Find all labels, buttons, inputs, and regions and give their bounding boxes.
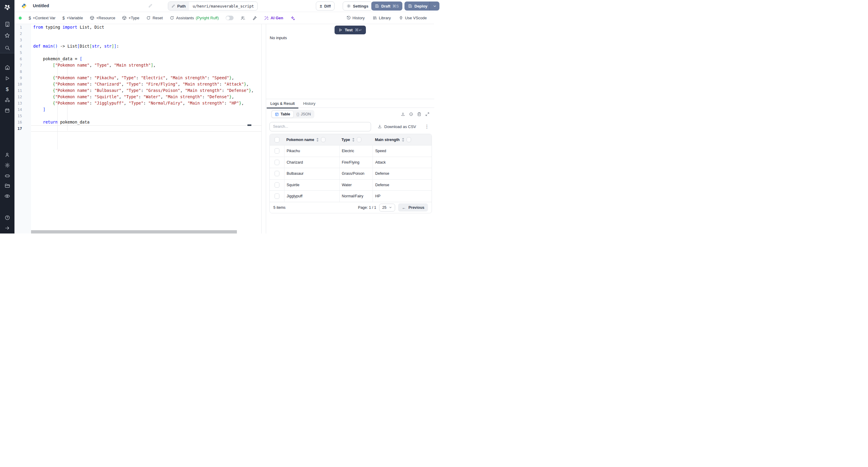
deploy-dropdown-button[interactable] bbox=[430, 1, 434, 10]
line-number: 5 bbox=[14, 50, 31, 56]
download-icon[interactable] bbox=[401, 112, 405, 116]
view-mode-switch: Table { } JSON bbox=[271, 110, 314, 118]
code-editor[interactable]: 1234567891011121314151617 from typing im… bbox=[14, 24, 261, 234]
sidebar-item-resources[interactable] bbox=[0, 95, 14, 105]
view-json-button[interactable]: { } JSON bbox=[293, 111, 314, 118]
clipboard-icon[interactable] bbox=[417, 112, 421, 116]
line-number: 12 bbox=[14, 94, 31, 100]
table-row[interactable]: SquirtleWaterDefense bbox=[270, 179, 432, 191]
multiplayer-toggle[interactable] bbox=[226, 15, 234, 20]
sidebar-item-schedules[interactable] bbox=[0, 105, 14, 116]
table-row[interactable]: BulbasaurGrass/PoisonDefense bbox=[270, 168, 432, 179]
user-group-icon[interactable] bbox=[241, 15, 245, 21]
info-icon[interactable] bbox=[409, 112, 413, 116]
expand-icon[interactable] bbox=[425, 112, 430, 116]
tab-logs-result[interactable]: Logs & Result bbox=[266, 99, 299, 108]
sidebar-item-search[interactable] bbox=[0, 43, 14, 53]
code-line[interactable] bbox=[31, 68, 261, 75]
use-vscode-button[interactable]: Use VScode bbox=[399, 15, 427, 20]
row-checkbox[interactable] bbox=[275, 193, 279, 199]
pencil-icon[interactable] bbox=[148, 4, 153, 8]
page-size-select[interactable]: 25 bbox=[379, 204, 395, 212]
sidebar-collapse-button[interactable] bbox=[0, 223, 14, 233]
path-editor[interactable]: Path u/henri/maneuverable_script bbox=[168, 1, 258, 10]
no-inputs-label: No inputs bbox=[270, 36, 287, 40]
history-button[interactable]: History bbox=[346, 15, 365, 20]
chevron-down-icon bbox=[389, 206, 392, 209]
code-line[interactable]: {"Pokemon name": "Jigglypuff", "Type": "… bbox=[31, 100, 261, 106]
add-context-var-button[interactable]: $ +Context Var bbox=[29, 15, 56, 21]
code-line[interactable]: return pokemon_data bbox=[31, 119, 261, 125]
code-line[interactable]: {"Pokemon name": "Pikachu", "Type": "Ele… bbox=[31, 75, 261, 81]
column-toggle[interactable] bbox=[357, 137, 361, 142]
sidebar-item-favorites[interactable] bbox=[0, 30, 14, 41]
table-row[interactable]: JigglypuffNormal/FairyHP bbox=[270, 190, 432, 202]
format-brush-button[interactable] bbox=[252, 15, 257, 21]
column-toggle[interactable] bbox=[321, 137, 326, 142]
table-row[interactable]: PikachuElectricSpeed bbox=[270, 145, 432, 157]
code-line[interactable]: ] bbox=[31, 106, 261, 113]
code-line[interactable]: def main() -> List[Dict[str, str]]: bbox=[31, 43, 261, 50]
sidebar-item-workers[interactable] bbox=[0, 170, 14, 181]
path-label-section: Path bbox=[168, 2, 189, 10]
row-checkbox[interactable] bbox=[275, 171, 279, 176]
view-table-button[interactable]: Table bbox=[272, 111, 293, 118]
add-variable-button[interactable]: $ +Variable bbox=[62, 15, 83, 21]
search-input[interactable] bbox=[270, 122, 371, 131]
column-toggle[interactable] bbox=[407, 137, 411, 142]
code-line[interactable]: {"Pokemon name": "Bulbasaur", "Type": "G… bbox=[31, 87, 261, 94]
row-checkbox[interactable] bbox=[275, 160, 279, 165]
test-button[interactable]: Test ⌘↵ bbox=[335, 26, 366, 34]
code-line[interactable] bbox=[31, 37, 261, 43]
code-line[interactable]: ["Pokemon name", "Type", "Main strength"… bbox=[31, 62, 261, 68]
line-number: 8 bbox=[14, 68, 31, 75]
add-resource-button[interactable]: +Resource bbox=[90, 15, 115, 20]
reset-button[interactable]: Reset bbox=[146, 15, 163, 20]
sidebar-item-workspace[interactable] bbox=[0, 19, 14, 29]
code-line[interactable] bbox=[31, 30, 261, 37]
code-line-active[interactable] bbox=[31, 125, 261, 132]
row-checkbox[interactable] bbox=[275, 182, 279, 188]
sort-icon[interactable] bbox=[352, 138, 355, 142]
play-icon bbox=[4, 75, 10, 81]
sidebar-item-settings[interactable] bbox=[0, 160, 14, 170]
diff-button[interactable]: ± Diff bbox=[316, 1, 335, 10]
sidebar-item-runs[interactable] bbox=[0, 73, 14, 84]
row-checkbox[interactable] bbox=[275, 148, 279, 154]
code-line[interactable] bbox=[31, 50, 261, 56]
tab-history[interactable]: History bbox=[299, 99, 319, 108]
table-row[interactable]: CharizardFire/FlyingAttack bbox=[270, 157, 432, 168]
select-all-checkbox[interactable] bbox=[275, 137, 279, 143]
code-line[interactable]: from typing import List, Dict bbox=[31, 24, 261, 30]
run-panel: Test ⌘↵ No inputs Logs & Result History … bbox=[266, 24, 434, 234]
editor-code[interactable]: from typing import List, Dictdef main() … bbox=[31, 24, 261, 234]
windmill-logo[interactable] bbox=[0, 1, 14, 13]
code-line[interactable]: {"Pokemon name": "Charizard", "Type": "F… bbox=[31, 81, 261, 87]
assistants-toggle[interactable]: Assistants (Pyright Ruff) bbox=[170, 15, 219, 20]
dollar-icon: $ bbox=[6, 87, 8, 92]
add-type-button[interactable]: +Type bbox=[122, 15, 139, 20]
sidebar-item-users[interactable] bbox=[0, 150, 14, 160]
sidebar-item-help[interactable] bbox=[0, 212, 14, 223]
code-line[interactable]: pokemon_data = [ bbox=[31, 56, 261, 62]
help-icon bbox=[4, 215, 10, 221]
download-csv-button[interactable]: Download as CSV bbox=[378, 124, 416, 129]
ai-gen-button[interactable]: AI Gen bbox=[264, 15, 283, 21]
sparkles-icon[interactable] bbox=[290, 15, 295, 21]
kebab-menu-button[interactable]: ⋮ bbox=[423, 124, 431, 129]
previous-page-button[interactable]: ← Previous bbox=[398, 204, 428, 212]
editor-horizontal-scrollbar[interactable] bbox=[31, 230, 237, 234]
deploy-button[interactable]: Deploy bbox=[404, 1, 434, 10]
sidebar-item-variables[interactable]: $ bbox=[0, 84, 14, 94]
settings-button[interactable]: Settings bbox=[343, 1, 372, 10]
library-button[interactable]: Library bbox=[373, 15, 391, 20]
code-line[interactable]: {"Pokemon name": "Squirtle", "Type": "Wa… bbox=[31, 94, 261, 100]
sort-icon[interactable] bbox=[402, 138, 404, 142]
sort-icon[interactable] bbox=[316, 138, 319, 142]
panel-splitter-handle[interactable] bbox=[247, 124, 251, 126]
code-line[interactable] bbox=[31, 113, 261, 119]
draft-button[interactable]: Draft ⌘S bbox=[371, 1, 402, 10]
sidebar-item-audit[interactable] bbox=[0, 191, 14, 201]
sidebar-item-folders[interactable] bbox=[0, 181, 14, 191]
sidebar-item-home[interactable] bbox=[0, 62, 14, 72]
